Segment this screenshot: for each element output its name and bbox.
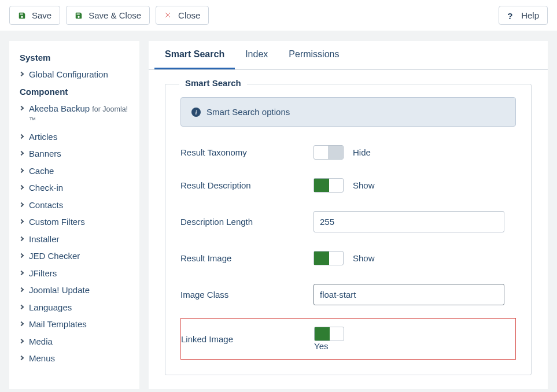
sidebar-item-contacts[interactable]: Contacts bbox=[20, 197, 129, 214]
chevron-right-icon bbox=[19, 236, 24, 241]
smart-search-fieldset: Smart Search i Smart Search options Resu… bbox=[165, 84, 532, 375]
description-length-input[interactable] bbox=[313, 211, 504, 232]
toggle-state-text: Hide bbox=[353, 147, 371, 157]
sidebar-item-label: Installer bbox=[29, 234, 60, 245]
result-description-toggle[interactable] bbox=[313, 178, 344, 193]
sidebar-item-menus[interactable]: Menus bbox=[20, 350, 129, 367]
chevron-right-icon bbox=[19, 202, 24, 206]
sidebar-item-jfilters[interactable]: JFilters bbox=[20, 265, 129, 282]
row-result-taxonomy: Result Taxonomy Hide bbox=[180, 145, 516, 160]
help-icon: ? bbox=[507, 12, 515, 20]
sidebar-item-joomla-update[interactable]: Joomla! Update bbox=[20, 282, 129, 299]
sidebar-item-global-config[interactable]: Global Configuration bbox=[20, 66, 129, 83]
chevron-right-icon bbox=[19, 185, 24, 190]
tabs: Smart Search Index Permissions bbox=[149, 41, 548, 70]
sidebar-item-mail-templates[interactable]: Mail Templates bbox=[20, 316, 129, 333]
sidebar-item-akeeba[interactable]: Akeeba Backup for Joomla!™ bbox=[20, 100, 129, 128]
image-class-input[interactable] bbox=[313, 284, 504, 305]
sidebar-item-label: JFilters bbox=[29, 268, 57, 279]
sidebar-item-label: Languages bbox=[29, 302, 72, 313]
row-result-description: Result Description Show bbox=[180, 178, 516, 193]
toggle-state-text: Show bbox=[353, 180, 375, 190]
sidebar-item-articles[interactable]: Articles bbox=[20, 128, 129, 146]
save-icon bbox=[18, 12, 26, 20]
chevron-right-icon bbox=[19, 253, 24, 258]
close-icon bbox=[164, 12, 172, 20]
row-description-length: Description Length bbox=[180, 211, 516, 232]
sidebar-item-label: Mail Templates bbox=[29, 319, 87, 330]
toggle-state-text: Yes bbox=[314, 341, 328, 351]
help-label: Help bbox=[521, 10, 539, 20]
sidebar-item-label: Akeeba Backup bbox=[29, 103, 90, 113]
sidebar-item-label: Cache bbox=[29, 165, 54, 177]
close-label: Close bbox=[178, 10, 200, 20]
toggle-state-text: Show bbox=[353, 253, 375, 263]
help-button[interactable]: ? Help bbox=[499, 6, 548, 25]
options-notice: i Smart Search options bbox=[180, 97, 516, 127]
sidebar-group-component: Component bbox=[20, 87, 129, 97]
sidebar-item-label: Global Configuration bbox=[29, 69, 108, 80]
toolbar: Save Save & Close Close ? Help bbox=[0, 0, 557, 31]
field-label: Description Length bbox=[180, 217, 313, 227]
chevron-right-icon bbox=[19, 287, 24, 292]
row-linked-image-highlighted: Linked Image Yes bbox=[180, 318, 516, 360]
sidebar-item-jed-checker[interactable]: JED Checker bbox=[20, 247, 129, 265]
field-label: Result Image bbox=[180, 253, 313, 263]
field-label: Result Description bbox=[180, 180, 313, 190]
chevron-right-icon bbox=[19, 105, 24, 110]
result-taxonomy-toggle[interactable] bbox=[313, 145, 344, 160]
sidebar-item-label: JED Checker bbox=[29, 250, 80, 262]
sidebar-item-label: Articles bbox=[29, 131, 57, 143]
sidebar-item-cache[interactable]: Cache bbox=[20, 162, 129, 180]
sidebar-item-languages[interactable]: Languages bbox=[20, 299, 129, 316]
save-close-button[interactable]: Save & Close bbox=[66, 6, 150, 25]
info-icon: i bbox=[191, 108, 201, 117]
main-panel: Smart Search Index Permissions Smart Sea… bbox=[149, 41, 548, 389]
chevron-right-icon bbox=[19, 321, 24, 326]
sidebar-item-label: Check-in bbox=[29, 182, 63, 194]
chevron-right-icon bbox=[19, 151, 24, 156]
sidebar-item-label: Media bbox=[29, 336, 53, 347]
field-label: Result Taxonomy bbox=[180, 147, 313, 157]
sidebar-item-media[interactable]: Media bbox=[20, 333, 129, 350]
sidebar-item-banners[interactable]: Banners bbox=[20, 145, 129, 162]
sidebar-item-installer[interactable]: Installer bbox=[20, 231, 129, 248]
row-image-class: Image Class bbox=[180, 284, 516, 305]
save-button[interactable]: Save bbox=[9, 6, 60, 25]
tab-smart-search[interactable]: Smart Search bbox=[154, 41, 235, 69]
chevron-right-icon bbox=[19, 168, 24, 172]
chevron-right-icon bbox=[19, 356, 24, 360]
chevron-right-icon bbox=[19, 304, 24, 309]
save-icon bbox=[75, 12, 83, 20]
save-label: Save bbox=[32, 10, 51, 20]
linked-image-toggle[interactable] bbox=[314, 327, 344, 341]
tab-index[interactable]: Index bbox=[235, 41, 278, 69]
chevron-right-icon bbox=[19, 134, 24, 138]
sidebar: System Global Configuration Component Ak… bbox=[9, 41, 139, 389]
chevron-right-icon bbox=[19, 219, 24, 224]
sidebar-item-label: Joomla! Update bbox=[29, 284, 90, 296]
sidebar-item-checkin[interactable]: Check-in bbox=[20, 179, 129, 197]
tab-permissions[interactable]: Permissions bbox=[278, 41, 349, 69]
sidebar-item-custom-filters[interactable]: Custom Filters bbox=[20, 213, 129, 231]
field-label: Image Class bbox=[180, 290, 313, 299]
result-image-toggle[interactable] bbox=[313, 251, 344, 265]
fieldset-legend: Smart Search bbox=[179, 78, 247, 88]
chevron-right-icon bbox=[19, 338, 24, 343]
row-result-image: Result Image Show bbox=[180, 251, 516, 265]
field-label: Linked Image bbox=[181, 334, 314, 344]
notice-text: Smart Search options bbox=[206, 107, 290, 117]
close-button[interactable]: Close bbox=[156, 6, 209, 25]
save-close-label: Save & Close bbox=[88, 10, 141, 20]
sidebar-item-label: Custom Filters bbox=[29, 216, 85, 228]
sidebar-item-label: Menus bbox=[29, 353, 55, 364]
sidebar-group-system: System bbox=[20, 53, 129, 62]
sidebar-item-label: Banners bbox=[29, 148, 61, 160]
chevron-right-icon bbox=[19, 270, 24, 275]
chevron-right-icon bbox=[19, 72, 24, 76]
sidebar-item-label: Contacts bbox=[29, 199, 63, 211]
